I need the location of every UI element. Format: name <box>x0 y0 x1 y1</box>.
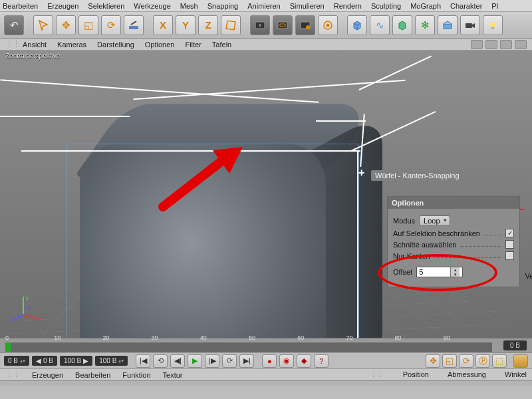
tick: 50 <box>249 334 255 341</box>
move-key-button[interactable]: ✥ <box>426 354 440 368</box>
tick: 40 <box>200 334 207 341</box>
menu-mograph[interactable]: MoGraph <box>410 2 441 10</box>
drag-handle-icon[interactable]: ⋮⋮ <box>5 40 12 49</box>
tool-options-panel: Optionen Modus Loop Auf Selektion beschr… <box>387 196 520 287</box>
tab-funktion[interactable]: Funktion <box>122 371 150 379</box>
menu-werkzeuge[interactable]: Werkzeuge <box>134 2 170 10</box>
keyframe-opts-button[interactable]: ? <box>314 354 329 368</box>
render-settings-button[interactable] <box>295 15 315 35</box>
axis-x-button[interactable]: X <box>153 15 173 35</box>
view-tafeln[interactable]: Tafeln <box>212 41 231 49</box>
frame-readout: 0 B <box>503 340 527 350</box>
range-end-field[interactable]: 100 B▴▾ <box>95 356 128 366</box>
menu-more[interactable]: Pl <box>491 2 498 10</box>
param-key-button[interactable]: Ⓟ <box>475 354 490 368</box>
move-tool[interactable]: ✥ <box>56 15 76 35</box>
view-kameras[interactable]: Kameras <box>57 41 86 49</box>
record-button[interactable]: ● <box>262 354 277 368</box>
scale-key-button[interactable]: ◱ <box>442 354 457 368</box>
modus-dropdown[interactable]: Loop <box>419 215 450 226</box>
tab-textur[interactable]: Textur <box>163 371 183 379</box>
timeline[interactable]: 0 10 20 30 40 50 60 70 80 90 0 B <box>0 338 532 352</box>
pla-key-button[interactable]: ⬚ <box>492 354 507 368</box>
primitive-cube-button[interactable] <box>347 15 367 35</box>
axis-y-button[interactable]: Y <box>176 15 196 35</box>
menu-selektieren[interactable]: Selektieren <box>88 2 124 10</box>
camera-button[interactable] <box>460 15 480 35</box>
menu-simulieren[interactable]: Simulieren <box>290 2 325 10</box>
edge-wire <box>316 120 366 122</box>
drag-handle-icon[interactable]: ⋮⋮ <box>5 370 20 379</box>
modus-label: Modus <box>393 217 415 225</box>
view-filter[interactable]: Filter <box>185 41 201 49</box>
spinner-icon[interactable]: ▴▾ <box>450 267 460 277</box>
tab-bearbeiten[interactable]: Bearbeiten <box>75 371 110 379</box>
tick: 10 <box>54 334 61 341</box>
environment-button[interactable] <box>438 15 458 35</box>
menu-snapping[interactable]: Snapping <box>207 2 239 10</box>
select-cuts-label: Schnitte auswählen <box>393 241 456 249</box>
view-darstellung[interactable]: Darstellung <box>97 41 134 49</box>
viewport-nav-icon[interactable] <box>471 40 483 49</box>
menu-sculpting[interactable]: Sculpting <box>371 2 401 10</box>
go-end-button[interactable]: ▶| <box>239 354 254 368</box>
menu-animieren[interactable]: Animieren <box>247 2 281 10</box>
view-ansicht[interactable]: Ansicht <box>23 41 47 49</box>
snap-tooltip: Würfel - Kanten-Snapping <box>371 170 464 181</box>
timeline-ruler[interactable]: 0 10 20 30 40 50 60 70 80 90 <box>5 342 492 352</box>
next-key-button[interactable]: ⟳ <box>222 354 237 368</box>
viewport-nav-icon[interactable] <box>500 40 512 49</box>
step-back-button[interactable]: ◀| <box>170 354 185 368</box>
edge-wire <box>359 55 432 90</box>
keyframe-sel-button[interactable]: ◆ <box>297 354 311 368</box>
restrict-checkbox[interactable]: ✓ <box>505 229 514 237</box>
live-select-tool[interactable] <box>33 15 53 35</box>
prev-key-button[interactable]: ⟲ <box>153 354 168 368</box>
only-edges-checkbox[interactable] <box>505 251 514 260</box>
autokey-button[interactable]: ◉ <box>279 354 294 368</box>
spline-button[interactable]: ∿ <box>370 15 390 35</box>
offset-field[interactable]: ▴▾ <box>416 267 463 277</box>
viewport-nav-icon[interactable] <box>485 40 497 49</box>
generator-button[interactable] <box>392 15 412 35</box>
menu-rendern[interactable]: Rendern <box>334 2 362 10</box>
menu-erzeugen[interactable]: Erzeugen <box>47 2 78 10</box>
svg-rect-1 <box>226 21 235 30</box>
viewport-nav-icon[interactable] <box>515 40 527 49</box>
undo-button[interactable]: ↶ <box>4 15 24 35</box>
coord-system-button[interactable] <box>221 15 241 35</box>
drag-handle-icon[interactable]: ⋮⋮ <box>370 370 384 379</box>
select-cuts-checkbox[interactable] <box>505 240 514 249</box>
only-edges-label: Nur Kanten <box>393 252 430 260</box>
step-fwd-button[interactable]: |▶ <box>205 354 219 368</box>
loop-start-field[interactable]: ◀ 0 B <box>32 356 57 366</box>
transport-bar: 0 B▴▾ ◀ 0 B 100 B ▶ 100 B▴▾ |◀ ⟲ ◀| ▶ |▶… <box>0 352 532 368</box>
deformer-button[interactable]: ✻ <box>415 15 435 35</box>
view-optionen[interactable]: Optionen <box>145 41 175 49</box>
light-button[interactable] <box>483 15 503 35</box>
extra-button[interactable] <box>513 354 528 368</box>
go-start-button[interactable]: |◀ <box>136 354 150 368</box>
menu-bearbeiten[interactable]: Bearbeiten <box>3 2 38 10</box>
tick: 30 <box>152 334 158 341</box>
tab-erzeugen[interactable]: Erzeugen <box>32 371 63 379</box>
menu-charakter[interactable]: Charakter <box>450 2 482 10</box>
last-tool[interactable] <box>124 15 144 35</box>
svg-point-6 <box>306 25 310 29</box>
render-queue-button[interactable] <box>318 15 338 35</box>
offset-input[interactable] <box>417 268 450 276</box>
playhead-icon[interactable] <box>5 342 11 352</box>
rotate-key-button[interactable]: ⟳ <box>459 354 473 368</box>
menu-mesh[interactable]: Mesh <box>180 2 198 10</box>
render-view-button[interactable] <box>250 15 270 35</box>
annotation-arrow-icon <box>150 144 249 217</box>
render-region-button[interactable] <box>273 15 293 35</box>
play-button[interactable]: ▶ <box>188 354 202 368</box>
loop-end-field[interactable]: 100 B ▶ <box>60 356 92 366</box>
rotate-tool[interactable]: ⟳ <box>101 15 121 35</box>
axis-z-button[interactable]: Z <box>198 15 218 35</box>
scale-tool[interactable]: ◱ <box>78 15 98 35</box>
viewport-3d[interactable]: Zentralperspektive + Würfel - Kanten-Sna… <box>0 51 532 338</box>
restrict-label: Auf Selektion beschränken <box>393 229 480 237</box>
range-start-field[interactable]: 0 B▴▾ <box>4 356 29 366</box>
